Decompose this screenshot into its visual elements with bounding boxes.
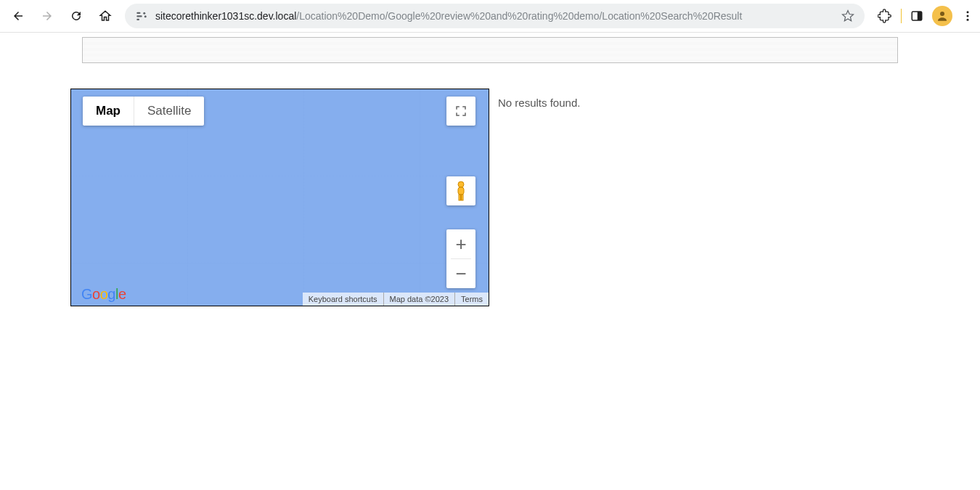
fullscreen-icon [454, 105, 467, 118]
pegman-icon [452, 180, 470, 202]
divider [901, 9, 902, 23]
svg-rect-2 [136, 19, 139, 20]
svg-rect-14 [462, 195, 464, 200]
svg-rect-6 [918, 12, 922, 20]
zoom-control: + − [446, 229, 475, 288]
map-type-control: Map Satellite [83, 97, 204, 126]
kebab-menu-icon[interactable] [961, 9, 974, 23]
url-domain: sitecorethinker1031sc.dev.local [155, 10, 296, 22]
chrome-right-controls [872, 6, 974, 26]
address-bar[interactable]: sitecorethinker1031sc.dev.local/Location… [125, 4, 865, 28]
home-icon [99, 9, 112, 23]
svg-point-8 [967, 11, 969, 13]
extensions-icon[interactable] [878, 9, 892, 23]
svg-point-11 [458, 181, 464, 187]
svg-rect-13 [459, 195, 461, 200]
map-footer: Keyboard shortcuts Map data ©2023 Terms [303, 293, 489, 306]
map-data-text: Map data ©2023 [383, 293, 455, 306]
svg-point-7 [940, 12, 944, 16]
reload-icon [70, 9, 83, 23]
svg-point-10 [967, 19, 969, 21]
content-row: Map Satellite + − Google Keyboard shortc… [70, 89, 980, 306]
browser-toolbar: sitecorethinker1031sc.dev.local/Location… [0, 0, 980, 32]
zoom-in-button[interactable]: + [446, 229, 475, 258]
profile-avatar[interactable] [932, 6, 952, 26]
svg-point-3 [143, 12, 145, 15]
svg-rect-1 [136, 15, 142, 17]
home-button[interactable] [93, 4, 118, 28]
map-type-map-button[interactable]: Map [83, 97, 134, 126]
forward-button[interactable] [35, 4, 60, 28]
svg-point-9 [967, 15, 969, 17]
url-text: sitecorethinker1031sc.dev.local/Location… [155, 9, 742, 23]
map-type-satellite-button[interactable]: Satellite [134, 97, 204, 126]
page-content: Map Satellite + − Google Keyboard shortc… [0, 33, 980, 306]
results-empty-text: No results found. [498, 97, 580, 109]
google-map[interactable]: Map Satellite + − Google Keyboard shortc… [70, 89, 489, 306]
zoom-out-button[interactable]: − [446, 259, 475, 288]
pegman-button[interactable] [446, 176, 475, 205]
google-logo: Google [81, 286, 126, 303]
search-placeholder-box [82, 37, 898, 63]
side-panel-icon[interactable] [910, 9, 923, 23]
fullscreen-button[interactable] [446, 97, 475, 126]
arrow-left-icon [12, 9, 25, 23]
svg-rect-0 [136, 12, 140, 14]
terms-link[interactable]: Terms [454, 293, 489, 306]
svg-rect-12 [458, 187, 464, 195]
person-icon [936, 9, 949, 23]
arrow-right-icon [41, 9, 54, 23]
url-path: /Location%20Demo/Google%20review%20and%2… [296, 10, 742, 22]
svg-point-4 [144, 15, 147, 17]
back-button[interactable] [6, 4, 30, 28]
site-settings-icon [135, 9, 148, 23]
reload-button[interactable] [64, 4, 89, 28]
keyboard-shortcuts-link[interactable]: Keyboard shortcuts [303, 293, 383, 306]
star-icon[interactable] [841, 9, 854, 23]
